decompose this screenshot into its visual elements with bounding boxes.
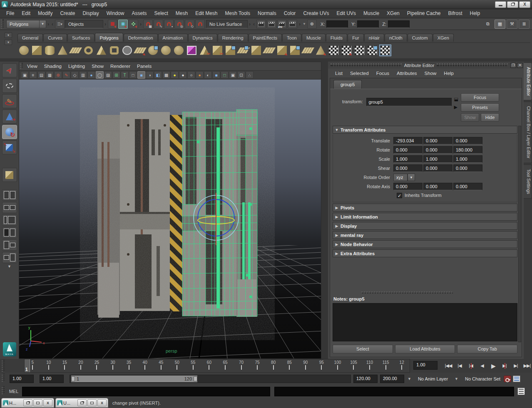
notes-textarea[interactable] <box>333 303 517 341</box>
current-frame-marker[interactable]: 1 <box>25 359 30 372</box>
film-gate-icon[interactable]: ▥ <box>79 71 87 79</box>
smooth-shade-icon[interactable]: ● <box>87 71 95 79</box>
collapsed-section-header[interactable]: ▶Pivots <box>333 204 517 211</box>
merge-vertices-icon[interactable] <box>276 45 288 56</box>
node-tab[interactable]: group5 <box>333 80 362 89</box>
menu-set-dropdown[interactable]: Polygons ▼ <box>6 20 46 28</box>
menu-item[interactable]: Muscle <box>360 9 383 18</box>
animation-end-field[interactable]: 200.00 <box>380 375 404 383</box>
ae-menu-item[interactable]: List <box>331 71 346 76</box>
snap-to-point-icon[interactable]: • <box>164 20 174 29</box>
animation-preferences-icon[interactable] <box>513 376 520 382</box>
notes-drag-handle[interactable] <box>349 291 501 295</box>
range-start-handle[interactable] <box>71 376 75 381</box>
menu-item[interactable]: Pipeline Cache <box>403 9 445 18</box>
panel-menu-item[interactable]: View <box>24 64 41 69</box>
quad-draw-icon[interactable] <box>225 45 236 56</box>
value-input[interactable]: 0.000 <box>423 183 452 190</box>
go-to-start-icon[interactable]: |◀◀ <box>443 362 453 370</box>
camera-attributes-icon[interactable]: ≡ <box>29 71 37 79</box>
snap-to-view-plane-icon[interactable]: ◇ <box>185 20 194 29</box>
command-language-toggle[interactable]: MEL <box>5 389 22 394</box>
value-input[interactable]: -293.034 <box>393 137 423 144</box>
shelf-tab[interactable]: Rendering <box>218 34 248 42</box>
shelf-tab[interactable]: Toon <box>282 34 301 42</box>
scrollbar[interactable] <box>518 126 521 342</box>
maximize-window-icon[interactable] <box>33 399 42 406</box>
shelf-tab[interactable]: nCloth <box>385 34 407 42</box>
ae-menu-item[interactable]: Attributes <box>393 71 421 76</box>
drag-handle[interactable] <box>2 386 5 394</box>
textured-icon[interactable]: T <box>121 71 129 79</box>
show-button[interactable]: Show <box>461 113 479 122</box>
ae-footer-button[interactable]: Select <box>333 345 393 353</box>
multi-cut-icon[interactable] <box>380 45 391 56</box>
collapsed-section-header[interactable]: ▶Display <box>333 222 517 230</box>
next-node-icon[interactable]: ▶ <box>454 104 458 110</box>
undock-icon[interactable]: ❐ <box>510 63 516 68</box>
shelf-tab[interactable]: Animation <box>158 34 188 42</box>
value-input[interactable]: 1.000 <box>393 155 423 163</box>
y-input[interactable] <box>357 20 379 28</box>
close-window-icon[interactable]: X <box>43 399 52 406</box>
sculpt-checker-icon-2[interactable] <box>341 45 352 56</box>
play-backwards-icon[interactable]: ◀ <box>477 362 487 370</box>
panel-menu-item[interactable]: Panels <box>134 64 155 69</box>
bridge-icon[interactable] <box>264 45 275 56</box>
close-window-icon[interactable]: X <box>97 399 107 406</box>
menu-item[interactable]: Select <box>150 9 172 18</box>
menu-item[interactable]: Bifrost <box>445 9 466 18</box>
quick-selection-icon[interactable]: ⊕ <box>307 20 317 29</box>
menu-item[interactable]: Edit <box>18 9 34 18</box>
append-polygon-icon[interactable] <box>238 45 249 56</box>
drag-handle[interactable] <box>20 63 23 69</box>
shelf-tab[interactable]: nHair <box>364 34 384 42</box>
play-forwards-icon[interactable]: ▶ <box>488 362 498 370</box>
drag-handle[interactable] <box>2 360 5 372</box>
live-surface-field[interactable]: No Live Surface <box>206 20 248 28</box>
poly-torus-icon[interactable] <box>83 45 94 56</box>
triangulate-icon[interactable] <box>199 45 210 56</box>
shelf-tab[interactable]: Muscle <box>302 34 326 42</box>
scale-tool-icon[interactable]: ↖↘ <box>2 140 17 154</box>
shelf-tab[interactable]: PaintEffects <box>249 34 282 42</box>
poly-pipe-icon[interactable] <box>109 45 120 56</box>
playback-end-field[interactable]: 120.00 <box>353 375 378 383</box>
occlusion-icon[interactable]: ▩ <box>162 71 170 79</box>
menu-item[interactable]: Edit Mesh <box>191 9 221 18</box>
object-selection-icon[interactable] <box>118 20 128 29</box>
channel-box-toggle-icon[interactable]: ▦ <box>495 20 505 29</box>
poly-combine-icon[interactable] <box>147 45 159 56</box>
extrude-icon[interactable] <box>251 45 262 56</box>
last-tool-icon[interactable] <box>2 168 17 182</box>
focus-button[interactable]: Focus <box>461 93 499 102</box>
lasso-tool-icon[interactable] <box>2 79 17 93</box>
section-transform-attributes[interactable]: ▼ Transform Attributes <box>333 126 517 134</box>
value-input[interactable]: 0.000 <box>423 164 452 172</box>
collapsed-section-header[interactable]: ▶Extra Attributes <box>333 249 517 257</box>
value-input[interactable]: 0.000 <box>423 137 452 144</box>
render-view-icon[interactable] <box>256 20 266 29</box>
poly-pyramid-icon[interactable] <box>96 45 107 56</box>
range-track[interactable]: 1 120 <box>70 375 351 383</box>
poly-separate-icon[interactable] <box>160 45 172 56</box>
rotate-order-dropdown[interactable]: xyz ▼ <box>393 174 415 181</box>
rotate-tool-icon[interactable]: ↻ <box>2 125 17 139</box>
collapsed-section-header[interactable]: ▶mental ray <box>333 231 517 239</box>
shelf-tab[interactable]: Deformation <box>124 34 158 42</box>
crease-tool-icon[interactable] <box>315 45 326 56</box>
camera-select-icon[interactable]: ▣ <box>21 71 29 79</box>
frame-all-icon[interactable]: ▣ <box>229 71 237 79</box>
value-input[interactable]: 1.000 <box>423 155 452 163</box>
half-ball-icon[interactable]: ◐ <box>204 71 212 79</box>
layout-single-pane-button[interactable] <box>2 189 17 201</box>
shelf-menu-icon[interactable]: ▾ <box>5 40 12 45</box>
wireframe-icon[interactable]: ◇ <box>71 71 79 79</box>
default-material-icon[interactable]: □ <box>129 71 137 79</box>
pan-zoom-icon[interactable]: ⊕ <box>54 71 62 79</box>
uv-cube-icon[interactable] <box>186 45 197 56</box>
blue-cube-icon[interactable]: ■ <box>212 71 220 79</box>
shelf-tab[interactable]: Fluids <box>326 34 347 42</box>
mirror-geometry-icon[interactable] <box>302 45 313 56</box>
x-input[interactable] <box>326 20 348 28</box>
